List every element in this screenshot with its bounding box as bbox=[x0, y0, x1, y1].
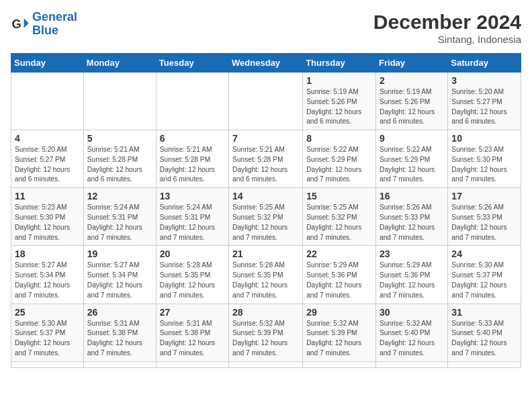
calendar-cell: 5 Sunrise: 5:21 AMSunset: 5:28 PMDayligh… bbox=[83, 130, 156, 188]
day-detail: Sunrise: 5:32 AMSunset: 5:39 PMDaylight:… bbox=[232, 320, 287, 357]
location-subtitle: Sintang, Indonesia bbox=[373, 34, 521, 45]
calendar-cell bbox=[11, 73, 84, 130]
day-detail: Sunrise: 5:19 AMSunset: 5:26 PMDaylight:… bbox=[306, 88, 361, 125]
calendar-cell: 18 Sunrise: 5:27 AMSunset: 5:34 PMDaylig… bbox=[11, 246, 84, 304]
day-detail: Sunrise: 5:25 AMSunset: 5:32 PMDaylight:… bbox=[306, 203, 361, 240]
calendar-cell bbox=[229, 361, 303, 367]
day-number: 5 bbox=[87, 133, 152, 144]
day-number: 24 bbox=[451, 248, 517, 259]
day-number: 17 bbox=[451, 191, 517, 201]
calendar-cell: 27 Sunrise: 5:31 AMSunset: 5:38 PMDaylig… bbox=[156, 304, 228, 361]
day-detail: Sunrise: 5:20 AMSunset: 5:27 PMDaylight:… bbox=[451, 88, 506, 125]
calendar-cell bbox=[448, 361, 521, 367]
day-detail: Sunrise: 5:26 AMSunset: 5:33 PMDaylight:… bbox=[380, 203, 435, 240]
day-detail: Sunrise: 5:29 AMSunset: 5:36 PMDaylight:… bbox=[380, 261, 435, 298]
day-detail: Sunrise: 5:32 AMSunset: 5:39 PMDaylight:… bbox=[306, 320, 361, 357]
calendar-cell bbox=[83, 361, 156, 367]
day-number: 23 bbox=[380, 248, 444, 259]
calendar-cell: 30 Sunrise: 5:32 AMSunset: 5:40 PMDaylig… bbox=[376, 304, 448, 361]
svg-text:G: G bbox=[11, 17, 21, 30]
calendar-week-6 bbox=[11, 361, 521, 367]
calendar-cell: 2 Sunrise: 5:19 AMSunset: 5:26 PMDayligh… bbox=[376, 73, 448, 130]
calendar-week-2: 4 Sunrise: 5:20 AMSunset: 5:27 PMDayligh… bbox=[11, 130, 521, 188]
day-number: 14 bbox=[232, 191, 299, 201]
logo-blue: Blue bbox=[32, 24, 58, 37]
day-number: 21 bbox=[232, 248, 299, 259]
page-header: G General Blue December 2024 Sintang, In… bbox=[11, 11, 521, 45]
day-number: 13 bbox=[160, 191, 225, 201]
calendar-cell: 24 Sunrise: 5:30 AMSunset: 5:37 PMDaylig… bbox=[448, 246, 521, 304]
calendar-cell: 28 Sunrise: 5:32 AMSunset: 5:39 PMDaylig… bbox=[229, 304, 303, 361]
day-number: 26 bbox=[87, 307, 152, 318]
calendar-cell: 8 Sunrise: 5:22 AMSunset: 5:29 PMDayligh… bbox=[303, 130, 376, 188]
calendar-cell bbox=[156, 73, 228, 130]
logo-general: General bbox=[32, 10, 77, 24]
day-detail: Sunrise: 5:22 AMSunset: 5:29 PMDaylight:… bbox=[380, 146, 435, 183]
header-thursday: Thursday bbox=[303, 54, 376, 73]
day-number: 2 bbox=[380, 75, 444, 86]
day-number: 22 bbox=[306, 248, 372, 259]
calendar-cell: 14 Sunrise: 5:25 AMSunset: 5:32 PMDaylig… bbox=[229, 188, 303, 246]
calendar-cell: 19 Sunrise: 5:27 AMSunset: 5:34 PMDaylig… bbox=[83, 246, 156, 304]
calendar-header-row: SundayMondayTuesdayWednesdayThursdayFrid… bbox=[11, 54, 521, 73]
calendar-cell: 25 Sunrise: 5:30 AMSunset: 5:37 PMDaylig… bbox=[11, 304, 84, 361]
calendar-cell: 10 Sunrise: 5:23 AMSunset: 5:30 PMDaylig… bbox=[448, 130, 521, 188]
calendar-cell: 26 Sunrise: 5:31 AMSunset: 5:38 PMDaylig… bbox=[83, 304, 156, 361]
calendar-cell bbox=[156, 361, 228, 367]
day-detail: Sunrise: 5:24 AMSunset: 5:31 PMDaylight:… bbox=[160, 203, 215, 240]
calendar-week-3: 11 Sunrise: 5:23 AMSunset: 5:30 PMDaylig… bbox=[11, 188, 521, 246]
day-number: 18 bbox=[15, 248, 80, 259]
day-detail: Sunrise: 5:21 AMSunset: 5:28 PMDaylight:… bbox=[232, 146, 287, 183]
day-detail: Sunrise: 5:22 AMSunset: 5:29 PMDaylight:… bbox=[306, 146, 361, 183]
calendar-cell bbox=[229, 73, 303, 130]
header-friday: Friday bbox=[376, 54, 448, 73]
header-saturday: Saturday bbox=[448, 54, 521, 73]
header-sunday: Sunday bbox=[11, 54, 84, 73]
calendar-cell: 21 Sunrise: 5:28 AMSunset: 5:35 PMDaylig… bbox=[229, 246, 303, 304]
day-detail: Sunrise: 5:21 AMSunset: 5:28 PMDaylight:… bbox=[160, 146, 215, 183]
calendar-cell bbox=[83, 73, 156, 130]
calendar-week-1: 1 Sunrise: 5:19 AMSunset: 5:26 PMDayligh… bbox=[11, 73, 521, 130]
calendar-week-4: 18 Sunrise: 5:27 AMSunset: 5:34 PMDaylig… bbox=[11, 246, 521, 304]
calendar-cell: 15 Sunrise: 5:25 AMSunset: 5:32 PMDaylig… bbox=[303, 188, 376, 246]
logo-text: General Blue bbox=[32, 11, 77, 38]
header-monday: Monday bbox=[83, 54, 156, 73]
calendar-cell: 7 Sunrise: 5:21 AMSunset: 5:28 PMDayligh… bbox=[229, 130, 303, 188]
calendar-week-5: 25 Sunrise: 5:30 AMSunset: 5:37 PMDaylig… bbox=[11, 304, 521, 361]
day-number: 30 bbox=[380, 307, 444, 318]
day-detail: Sunrise: 5:23 AMSunset: 5:30 PMDaylight:… bbox=[15, 203, 70, 240]
day-number: 4 bbox=[15, 133, 80, 144]
day-detail: Sunrise: 5:32 AMSunset: 5:40 PMDaylight:… bbox=[380, 320, 435, 357]
day-number: 31 bbox=[451, 307, 517, 318]
day-detail: Sunrise: 5:28 AMSunset: 5:35 PMDaylight:… bbox=[160, 261, 215, 298]
day-detail: Sunrise: 5:29 AMSunset: 5:36 PMDaylight:… bbox=[306, 261, 361, 298]
day-number: 9 bbox=[380, 133, 444, 144]
calendar-cell: 16 Sunrise: 5:26 AMSunset: 5:33 PMDaylig… bbox=[376, 188, 448, 246]
day-detail: Sunrise: 5:24 AMSunset: 5:31 PMDaylight:… bbox=[87, 203, 142, 240]
calendar-cell: 1 Sunrise: 5:19 AMSunset: 5:26 PMDayligh… bbox=[303, 73, 376, 130]
svg-marker-1 bbox=[24, 18, 29, 28]
month-title: December 2024 bbox=[373, 11, 521, 34]
calendar-cell: 6 Sunrise: 5:21 AMSunset: 5:28 PMDayligh… bbox=[156, 130, 228, 188]
calendar-cell: 22 Sunrise: 5:29 AMSunset: 5:36 PMDaylig… bbox=[303, 246, 376, 304]
day-number: 25 bbox=[15, 307, 80, 318]
day-number: 3 bbox=[451, 75, 517, 86]
day-detail: Sunrise: 5:31 AMSunset: 5:38 PMDaylight:… bbox=[87, 320, 142, 357]
day-detail: Sunrise: 5:28 AMSunset: 5:35 PMDaylight:… bbox=[232, 261, 287, 298]
title-block: December 2024 Sintang, Indonesia bbox=[373, 11, 521, 45]
day-number: 15 bbox=[306, 191, 372, 201]
day-detail: Sunrise: 5:33 AMSunset: 5:40 PMDaylight:… bbox=[451, 320, 506, 357]
header-wednesday: Wednesday bbox=[229, 54, 303, 73]
calendar-cell: 17 Sunrise: 5:26 AMSunset: 5:33 PMDaylig… bbox=[448, 188, 521, 246]
day-number: 16 bbox=[380, 191, 444, 201]
day-number: 7 bbox=[232, 133, 299, 144]
day-detail: Sunrise: 5:31 AMSunset: 5:38 PMDaylight:… bbox=[160, 320, 215, 357]
day-number: 27 bbox=[160, 307, 225, 318]
calendar-cell: 20 Sunrise: 5:28 AMSunset: 5:35 PMDaylig… bbox=[156, 246, 228, 304]
day-number: 1 bbox=[306, 75, 372, 86]
day-detail: Sunrise: 5:20 AMSunset: 5:27 PMDaylight:… bbox=[15, 146, 70, 183]
logo-icon: G bbox=[11, 15, 30, 34]
calendar-cell bbox=[376, 361, 448, 367]
day-number: 29 bbox=[306, 307, 372, 318]
calendar-cell: 4 Sunrise: 5:20 AMSunset: 5:27 PMDayligh… bbox=[11, 130, 84, 188]
